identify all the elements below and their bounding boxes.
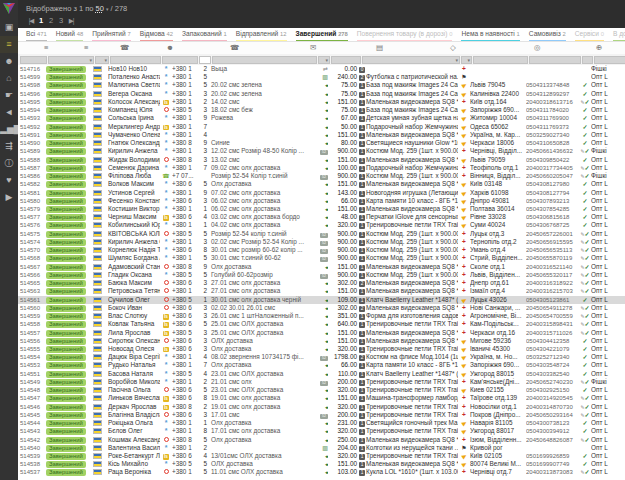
table-row[interactable]: 514545ЗавершенийБлагінна Владіслава+380 … [18,411,625,419]
tracking-number-cell[interactable]: 0504307854285 [526,205,579,213]
table-row[interactable]: 514574ЗавершенийКирилич Анжела Ол...*+38… [18,238,625,246]
phone-cell[interactable]: +380 6 [172,411,197,419]
table-row[interactable]: 514576ЗавершенийКобилинський Юрий*+380 1… [18,221,625,229]
tracking-number-cell[interactable]: 20400318613716 [526,98,579,106]
orders-icon[interactable]: ≡ [0,36,18,53]
phone-cell[interactable]: +380 1 [172,353,197,361]
column-filter-input[interactable] [199,56,211,64]
tab-status-7[interactable]: Повернення товару (в дорозі) 0 [357,28,453,42]
phone-cell[interactable]: +380 1 [172,90,197,98]
table-row[interactable]: 514558ЗавершенийКовлак Татьянаls+380 652… [18,320,625,328]
phone-cell[interactable]: +7 07... [172,172,197,180]
tracking-number-cell[interactable]: 0504303382540 [526,370,579,378]
tracking-number-cell[interactable] [526,444,579,452]
client-name-cell[interactable]: Кобилинський Юрий [108,221,160,229]
table-row[interactable]: 514548ЗавершенийПасічна Ольга+380 6523.0… [18,386,625,394]
tracking-number-cell[interactable]: 0504304221079 [526,345,579,353]
tab-status-2[interactable]: Прийнятий 7 [92,28,130,42]
client-name-cell[interactable]: Костишин Виктор [108,205,160,213]
tab-status-9[interactable]: Самовивіз 2 [529,28,566,42]
table-row[interactable]: 514594ЗавершенийКомпанец Юля+380 5318.02… [18,106,625,114]
per-page-dropdown[interactable]: 50 [96,4,104,13]
tracking-column-icon[interactable]: ⊕ [596,43,602,52]
column-filter-input[interactable] [110,56,161,64]
client-name-cell[interactable]: Бокоч Иван [108,304,160,312]
client-name-cell[interactable]: Пасічна Ольга [108,386,160,394]
table-row[interactable]: 514557ЗавершенийЛила Ярославls+380 5325.… [18,329,625,337]
column-filter-input[interactable]: ▾ [95,56,109,64]
phone-cell[interactable]: +380 1 [172,378,197,386]
video-icon[interactable]: ▶ [0,189,18,206]
tracking-number-cell[interactable]: 20450660205047 [526,172,579,180]
client-name-cell[interactable]: Черниш Максим [108,213,160,221]
tracking-number-cell[interactable]: 0503259027340 [526,131,579,139]
client-name-cell[interactable]: Лила Ярослав [108,329,160,337]
tracking-number-cell[interactable]: 0504308127794 [526,189,579,197]
table-row[interactable]: 514581ЗавершенийУстинов Сергей*+380 1907… [18,189,625,197]
table-row[interactable]: 514592ЗавершенийМерклингер Андрейls+380 … [18,123,625,131]
client-name-cell[interactable]: Корнелюк Надія Та... [108,246,160,254]
comment-column-icon[interactable]: ✉ [310,43,316,52]
pointer-icon[interactable]: ☛ [0,87,18,104]
tracking-number-cell[interactable]: 20450654911278 [526,304,579,312]
phone-cell[interactable]: +380 1 [172,221,197,229]
tab-status-1[interactable]: Новий 48 [56,28,84,42]
tracking-number-cell[interactable]: 20450661436632 [526,147,579,155]
client-name-cell[interactable]: Роке-Бетанкурт Лін... [108,452,160,460]
tab-status-8[interactable]: Нема в наявності 1 [461,28,519,42]
client-name-cell[interactable]: Валентина Василье... [108,444,160,452]
security-icon[interactable]: ♥ [0,172,18,189]
phone-cell[interactable]: +380 1 [172,254,197,262]
stats-icon[interactable]: ▂▅▇ [0,121,18,138]
table-row[interactable]: 514546ЗавершенийДеркач Ярославls+380 821… [18,403,625,411]
phone-cell[interactable]: +380 1 [172,114,197,122]
tracking-number-cell[interactable]: 20450655320117 [526,271,579,279]
phone-cell[interactable]: +380 5 [172,230,197,238]
tracking-number-cell[interactable]: 0504309850422 [526,156,579,164]
client-name-cell[interactable]: Кісь Михайло [108,460,160,468]
table-row[interactable]: 514561ЗавершенийСучилов Олег+380 5130.01… [18,296,625,304]
app-logo-icon[interactable] [2,2,16,15]
tracking-number-cell[interactable]: 0504304412358 [526,337,579,345]
phone-cell[interactable]: +380 8 [172,156,197,164]
settings-sliders-icon[interactable]: ⇶ [0,138,18,155]
client-name-cell[interactable]: Волков Максим [108,180,160,188]
tab-status-11[interactable]: В дорозі додому 0 [613,28,625,42]
table-row[interactable]: 514579ЗавершенийКостишин Виктор*+380 110… [18,205,625,213]
client-name-cell[interactable]: Жидак Володимир [108,156,160,164]
tracking-number-cell[interactable]: 0504300394912 [526,427,579,435]
phone-cell[interactable]: +380 8 [172,403,197,411]
table-row[interactable]: 514591ЗавершенийЧумаченко Олена*+380 14◂… [18,131,625,139]
phone-cell[interactable]: +380 6 [172,345,197,353]
phone-cell[interactable]: +380 1 [172,123,197,131]
client-name-cell[interactable]: Семенюк Дарина [108,164,160,172]
phone-cell[interactable]: +380 6 [172,394,197,402]
client-name-cell[interactable]: Сольська Ірина [108,114,160,122]
tracking-number-cell[interactable]: 20400315711026 [526,329,579,337]
last-page-button[interactable]: ▶| [66,15,76,27]
phone-cell[interactable]: +380 6 [172,197,197,205]
phone-cell[interactable]: +380 6 [172,452,197,460]
phone-cell[interactable]: +380 1 [172,147,197,155]
table-row[interactable]: 514590ЗавершенийГнатюк Олександр*+380 89… [18,139,625,147]
client-name-cell[interactable]: Басова Наталя [108,370,160,378]
table-row[interactable]: 514580ЗавершенийФесенко Константин*+380 … [18,197,625,205]
tracking-number-cell[interactable]: 20400314870730 [526,403,579,411]
table-row[interactable]: 514560ЗавершенийБокоч Иван+380 6302.02 3… [18,304,625,312]
phone-cell[interactable]: +380 6 [172,337,197,345]
table-row[interactable]: 514575ЗавершенийКВІТОВСЬКА ЮЛІЯ+380 55Ро… [18,230,625,238]
phone-cell[interactable]: +380 6 [172,312,197,320]
tracking-number-cell[interactable]: 20400316318922 [526,279,579,287]
client-name-cell[interactable]: Ковлак Татьяна [108,320,160,328]
tracking-number-cell[interactable]: 0503252712340 [526,353,579,361]
table-row[interactable]: 514586ЗавершенийФіліпова Люба☎+7 07...Ро… [18,172,625,180]
table-row[interactable]: 514538ЗавершенийКісь Михайло*+380 55ОЛХ … [18,460,625,468]
table-row[interactable]: 514539ЗавершенийРоке-Бетанкурт Лін...ls+… [18,452,625,460]
tracking-number-cell[interactable]: 0504302925150 [526,386,579,394]
client-column-icon[interactable]: ☻ [166,43,174,52]
tracking-number-cell[interactable]: 0501699907749 [526,460,579,468]
client-name-cell[interactable]: Колосок Александр [108,98,160,106]
client-name-cell[interactable]: Гладик Оксана [108,271,160,279]
tracking-number-cell[interactable]: 20450656535113 [526,246,579,254]
tracking-number-cell[interactable]: 0504306768725 [526,221,579,229]
